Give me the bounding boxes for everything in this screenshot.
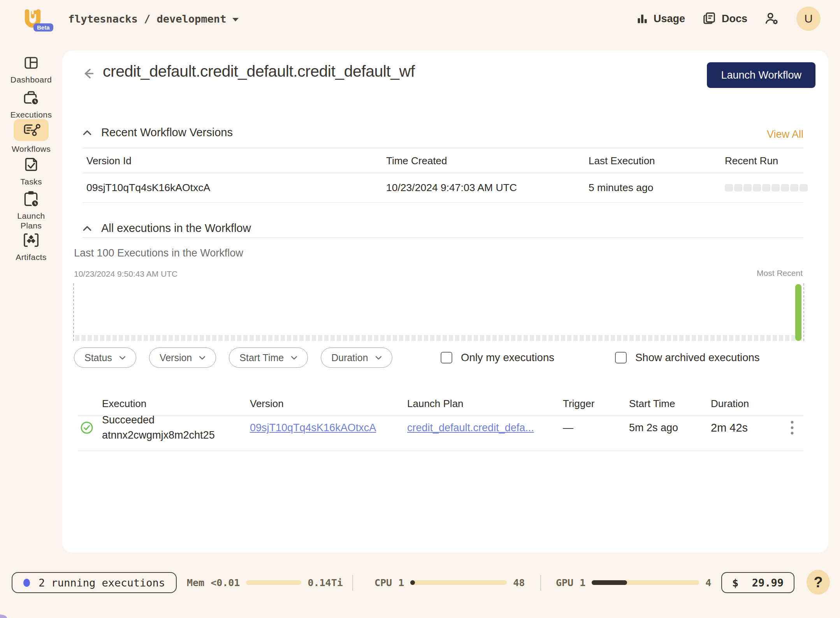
- trigger-cell: —: [561, 422, 627, 434]
- execution-id: atnnx2cwgmjx8m2cht25: [102, 428, 248, 443]
- launch-plan-link[interactable]: credit_default.credit_defa...: [407, 422, 534, 434]
- user-gear-icon: [764, 11, 779, 26]
- chevron-up-icon: [83, 130, 92, 136]
- succeeded-execution-bar[interactable]: [795, 284, 801, 341]
- beta-badge: Beta: [33, 23, 53, 32]
- mem-label: Mem: [187, 577, 204, 588]
- executions-timeline-chart[interactable]: [73, 283, 804, 341]
- col-time-created: Time Created: [382, 155, 585, 167]
- filter-start-time-label: Start Time: [239, 352, 284, 363]
- chevron-up-icon: [83, 225, 92, 232]
- back-arrow-icon: [82, 67, 97, 80]
- checkbox-icon[interactable]: [615, 352, 627, 363]
- show-archived-checkbox[interactable]: Show archived executions: [615, 348, 760, 368]
- cpu-usage-meter: CPU 1 48: [374, 572, 525, 593]
- chevron-down-icon: [232, 18, 239, 21]
- succeeded-check-icon: [80, 421, 93, 434]
- cpu-label: CPU: [374, 577, 392, 588]
- sidebar-item-tasks[interactable]: Tasks: [0, 156, 62, 186]
- duration-cell: 2m 42s: [708, 421, 778, 434]
- cpu-max-value: 48: [513, 577, 525, 588]
- recent-versions-header-row: Version Id Time Created Last Execution R…: [83, 149, 803, 173]
- sidebar-item-workflows[interactable]: Workflows: [0, 119, 62, 154]
- artifacts-icon: [22, 232, 40, 249]
- chart-title: Last 100 Executions in the Workflow: [74, 247, 243, 259]
- cpu-bar-fill: [410, 580, 415, 585]
- version-id-cell: 09sjT10qTq4sK16kAOtxcA: [83, 182, 382, 194]
- sidebar-label-artifacts: Artifacts: [10, 252, 53, 262]
- timeline-empty-slots: [75, 335, 802, 341]
- main-content-card: credit_default.credit_default.credit_def…: [62, 51, 828, 553]
- time-created-cell: 10/23/2024 9:47:03 AM UTC: [382, 182, 585, 194]
- back-button[interactable]: [82, 67, 97, 80]
- user-settings-button[interactable]: [764, 11, 779, 26]
- row-menu-button[interactable]: [778, 420, 803, 435]
- cost-button[interactable]: $ 29.99: [721, 572, 794, 593]
- filter-duration-label: Duration: [331, 352, 368, 363]
- corner-decoration: [0, 614, 7, 618]
- sidebar-label-tasks: Tasks: [10, 177, 53, 186]
- divider: [83, 237, 803, 238]
- checkbox-icon[interactable]: [441, 352, 452, 363]
- all-executions-section-header[interactable]: All executions in the Workflow: [83, 222, 251, 235]
- memory-usage-meter: Mem <0.01 0.14Ti: [187, 572, 343, 593]
- recent-versions-section-header[interactable]: Recent Workflow Versions: [83, 126, 233, 139]
- cpu-bar: [410, 580, 507, 585]
- help-label: ?: [814, 574, 822, 591]
- chevron-down-icon: [199, 356, 206, 360]
- filter-status[interactable]: Status: [74, 348, 136, 368]
- sidebar-item-dashboard[interactable]: Dashboard: [0, 54, 62, 84]
- filter-version-label: Version: [160, 352, 192, 363]
- last-execution-cell: 5 minutes ago: [585, 182, 721, 194]
- filter-start-time[interactable]: Start Time: [229, 348, 308, 368]
- docs-icon: [702, 12, 716, 26]
- gpu-bar-fill: [592, 580, 627, 585]
- only-my-executions-checkbox[interactable]: Only my executions: [441, 348, 554, 368]
- chevron-down-icon: [375, 356, 382, 360]
- avatar-initial: U: [804, 12, 813, 25]
- mem-min-value: <0.01: [211, 577, 240, 588]
- gpu-min-value: 1: [580, 577, 585, 588]
- filter-duration[interactable]: Duration: [321, 348, 392, 368]
- help-button[interactable]: ?: [807, 570, 830, 595]
- sidebar-item-executions[interactable]: Executions: [0, 89, 62, 119]
- kebab-menu-icon: [790, 420, 794, 435]
- dashboard-icon: [22, 54, 40, 71]
- divider: [540, 575, 541, 591]
- running-status-dot: [23, 579, 30, 587]
- chart-most-recent-label: Most Recent: [757, 269, 803, 278]
- breadcrumb[interactable]: flytesnacks / development: [68, 0, 239, 37]
- execution-table-row[interactable]: Succeeded atnnx2cwgmjx8m2cht25 09sjT10qT…: [78, 405, 803, 451]
- filter-status-label: Status: [84, 352, 112, 363]
- col-last-execution: Last Execution: [585, 155, 721, 167]
- recent-versions-heading: Recent Workflow Versions: [101, 126, 233, 139]
- docs-button[interactable]: Docs: [702, 12, 747, 26]
- active-item-highlight: [14, 119, 49, 141]
- divider: [352, 575, 353, 591]
- usage-button[interactable]: Usage: [636, 13, 685, 25]
- page-title: credit_default.credit_default.credit_def…: [103, 62, 415, 81]
- gpu-max-value: 4: [705, 577, 711, 588]
- launch-workflow-button[interactable]: Launch Workflow: [707, 62, 815, 88]
- avatar[interactable]: U: [796, 7, 821, 31]
- sidebar-item-launch-plans[interactable]: Launch Plans: [0, 190, 62, 230]
- view-all-link[interactable]: View All: [767, 128, 803, 140]
- show-archived-label: Show archived executions: [635, 351, 760, 364]
- divider: [83, 202, 803, 203]
- chevron-down-icon: [291, 356, 297, 360]
- recent-run-squares: [725, 184, 808, 191]
- recent-version-row[interactable]: 09sjT10qTq4sK16kAOtxcA 10/23/2024 9:47:0…: [83, 173, 803, 202]
- running-executions-button[interactable]: 2 running executions: [12, 572, 177, 593]
- tasks-icon: [22, 156, 40, 174]
- col-recent-run: Recent Run: [721, 155, 803, 167]
- top-bar: Beta flytesnacks / development Usage Doc…: [0, 0, 840, 37]
- divider: [83, 148, 803, 148]
- version-link[interactable]: 09sjT10qTq4sK16kAOtxcA: [250, 422, 376, 434]
- gpu-bar: [592, 580, 699, 585]
- union-logo[interactable]: Beta: [23, 8, 50, 33]
- sidebar-item-artifacts[interactable]: Artifacts: [0, 231, 62, 262]
- divider: [78, 451, 803, 451]
- only-my-executions-label: Only my executions: [461, 351, 554, 364]
- all-executions-heading: All executions in the Workflow: [101, 222, 251, 235]
- filter-version[interactable]: Version: [149, 348, 216, 368]
